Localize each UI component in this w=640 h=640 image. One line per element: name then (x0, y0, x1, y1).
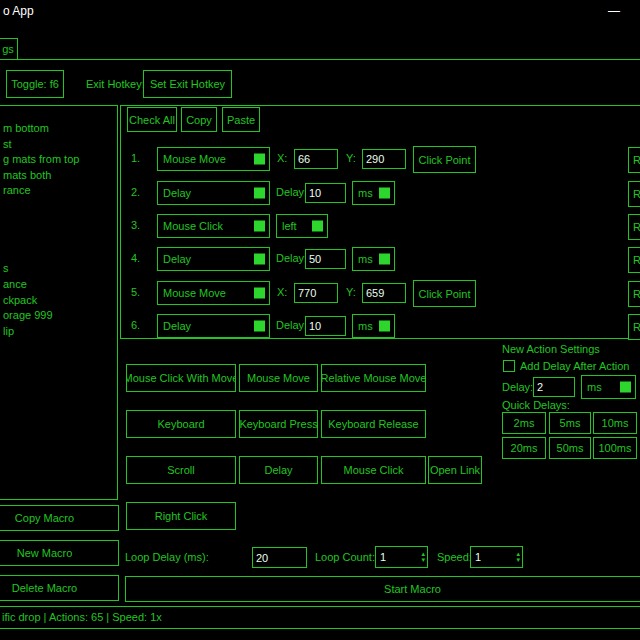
macro-list-item[interactable] (3, 215, 116, 231)
stepper-arrows[interactable]: ▴▾ (421, 551, 427, 563)
macro-list-item[interactable]: rance (3, 183, 116, 199)
quick-delay-20ms-button[interactable]: 20ms (502, 437, 546, 459)
new-action-delay-unit-dropdown[interactable]: ms (581, 375, 636, 399)
remove-button[interactable]: Remove (628, 181, 640, 207)
quick-delay-50ms-button[interactable]: 50ms (549, 437, 591, 459)
macro-list-item[interactable] (3, 199, 116, 215)
stepper-down-icon[interactable]: ▾ (421, 557, 425, 563)
dropdown-indicator-icon (379, 321, 390, 332)
x-label: X: (277, 286, 287, 298)
delay-input[interactable] (305, 249, 346, 269)
add-delay-button[interactable]: Delay (239, 456, 318, 484)
y-input[interactable] (362, 283, 406, 303)
delay-unit-dropdown[interactable]: ms (352, 247, 395, 271)
x-label: X: (277, 152, 287, 164)
macro-list-item[interactable]: m bottom (3, 121, 116, 137)
macro-list-item[interactable]: ckpack (3, 293, 116, 309)
x-input[interactable] (294, 283, 338, 303)
action-row-number: 3. (131, 219, 140, 231)
add-open-link-button[interactable]: Open Link (428, 456, 482, 484)
click-point-button[interactable]: Click Point (413, 280, 476, 307)
add-scroll-button[interactable]: Scroll (126, 456, 236, 484)
add-keyboard-release-button[interactable]: Keyboard Release (321, 410, 426, 438)
remove-button[interactable]: Remove (628, 247, 640, 273)
action-row-number: 5. (131, 286, 140, 298)
y-input[interactable] (362, 149, 406, 169)
action-type-value: Mouse Click (163, 220, 223, 232)
delay-unit-dropdown[interactable]: ms (352, 181, 395, 205)
x-input[interactable] (294, 149, 338, 169)
stepper-down-icon[interactable]: ▾ (516, 557, 520, 563)
action-type-value: Delay (163, 253, 191, 265)
dropdown-indicator-icon (254, 288, 265, 299)
dropdown-indicator-icon (254, 154, 265, 165)
macro-list-item[interactable]: s (3, 261, 116, 277)
remove-button[interactable]: Remove (628, 314, 640, 340)
check-all-button[interactable]: Check All (127, 107, 177, 132)
y-label: Y: (346, 286, 356, 298)
dropdown-indicator-icon (312, 221, 323, 232)
dropdown-indicator-icon (379, 188, 390, 199)
paste-button[interactable]: Paste (222, 107, 260, 132)
add-mouse-click-button[interactable]: Mouse Click (321, 456, 426, 484)
macro-list-item[interactable]: g mats from top (3, 152, 116, 168)
action-type-dropdown[interactable]: Delay (157, 247, 270, 271)
remove-button[interactable]: Remove (628, 214, 640, 240)
quick-delay-100ms-button[interactable]: 100ms (593, 437, 637, 459)
action-type-dropdown[interactable]: Mouse Move (157, 281, 270, 305)
add-mouse-click-with-move-button[interactable]: Mouse Click With Move (126, 364, 236, 392)
loop-delay-input[interactable] (252, 547, 307, 568)
delay-label: Delay: (276, 319, 307, 331)
mouse-button-dropdown[interactable]: left (276, 214, 328, 238)
delay-unit-dropdown[interactable]: ms (352, 314, 395, 338)
macro-list-item[interactable] (3, 230, 116, 246)
action-type-dropdown[interactable]: Delay (157, 181, 270, 205)
start-macro-button[interactable]: Start Macro (125, 576, 640, 602)
dropdown-indicator-icon (254, 254, 265, 265)
remove-button[interactable]: Remove (628, 281, 640, 307)
add-right-click-button[interactable]: Right Click (126, 502, 236, 530)
add-keyboard-button[interactable]: Keyboard (126, 410, 236, 438)
action-type-dropdown[interactable]: Mouse Move (157, 147, 270, 171)
add-keyboard-press-button[interactable]: Keyboard Press (239, 410, 318, 438)
speed-stepper[interactable]: ▴▾ (470, 546, 523, 568)
macro-list-item[interactable]: lip (3, 324, 116, 340)
macro-list-item[interactable]: orage 999 (3, 308, 116, 324)
loop-count-input[interactable] (376, 551, 421, 563)
new-action-delay-input[interactable] (533, 377, 575, 397)
delay-label: Delay: (276, 186, 307, 198)
delay-unit-value: ms (358, 320, 373, 332)
loop-count-stepper[interactable]: ▴▾ (375, 546, 428, 568)
action-type-value: Delay (163, 320, 191, 332)
macro-list-item[interactable] (3, 246, 116, 262)
macro-list-item[interactable]: ance (3, 277, 116, 293)
speed-input[interactable] (471, 551, 516, 563)
mouse-button-value: left (282, 220, 297, 232)
delete-macro-button[interactable]: Delete Macro (0, 575, 119, 601)
quick-delay-10ms-button[interactable]: 10ms (593, 412, 637, 434)
dropdown-indicator-icon (620, 382, 631, 393)
stepper-arrows[interactable]: ▴▾ (516, 551, 522, 563)
action-type-dropdown[interactable]: Mouse Click (157, 214, 270, 238)
quick-delay-2ms-button[interactable]: 2ms (502, 412, 546, 434)
minimize-button[interactable]: — (600, 1, 628, 21)
add-mouse-move-button[interactable]: Mouse Move (239, 364, 318, 392)
tab-settings[interactable]: gs (0, 38, 18, 60)
quick-delay-5ms-button[interactable]: 5ms (549, 412, 591, 434)
macro-list-item[interactable]: mats both (3, 168, 116, 184)
remove-button[interactable]: Remove (628, 147, 640, 173)
add-relative-mouse-move-button[interactable]: Relative Mouse Move (321, 364, 426, 392)
copy-macro-button[interactable]: Copy Macro (0, 505, 119, 531)
action-row-number: 6. (131, 319, 140, 331)
delay-input[interactable] (305, 183, 346, 203)
add-delay-after-action-checkbox[interactable] (503, 360, 515, 372)
click-point-button[interactable]: Click Point (413, 146, 476, 173)
new-macro-button[interactable]: New Macro (0, 540, 119, 566)
delay-input[interactable] (305, 316, 346, 336)
copy-button[interactable]: Copy (181, 107, 217, 132)
new-action-settings-title: New Action Settings (502, 343, 600, 355)
toggle-hotkey-button[interactable]: Toggle: f6 (6, 70, 64, 98)
macro-list-item[interactable]: st (3, 137, 116, 153)
set-exit-hotkey-button[interactable]: Set Exit Hotkey (143, 70, 232, 98)
action-type-dropdown[interactable]: Delay (157, 314, 270, 338)
